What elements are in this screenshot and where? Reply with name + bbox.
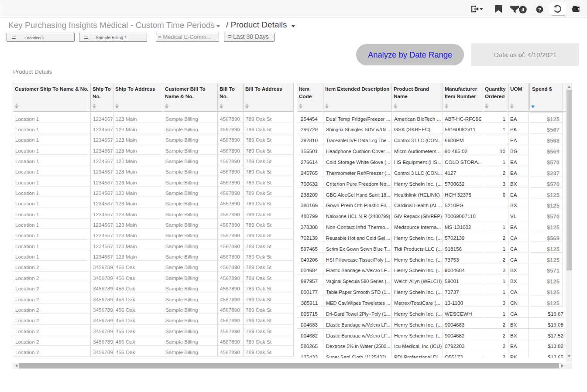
svg-text:4: 4 bbox=[522, 7, 525, 12]
svg-text:?: ? bbox=[538, 7, 541, 12]
